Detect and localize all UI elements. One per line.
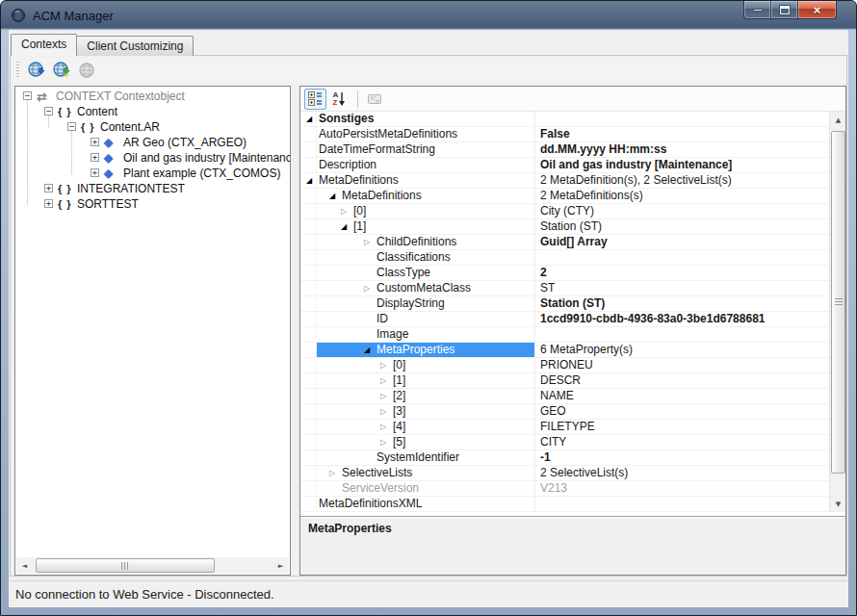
expand-arrow-icon[interactable]: ▷ [380,373,392,388]
grid-gutter [300,235,317,249]
diamond-icon: ◆ [104,167,113,180]
tree-item[interactable]: +◆AR Geo (CTX_ARGEO) [15,135,290,150]
scrollbar-thumb[interactable] [831,131,845,474]
property-row[interactable]: ▷ChildDefinitionsGuid[] Array [300,235,830,250]
property-value: CITY [534,435,830,449]
categorized-button[interactable] [304,89,326,110]
property-name: MetaDefinitionsXML [319,497,422,511]
property-row[interactable]: ▷CustomMetaClassST [300,281,830,296]
tree-item-label: Content.AR [100,120,160,135]
expand-box-icon[interactable]: + [44,199,53,208]
property-row[interactable]: ◢MetaDefinitions2 MetaDefinitions(s) [300,189,830,204]
property-name: MetaProperties [377,343,454,357]
property-value: 2 MetaDefinitions(s) [534,189,830,203]
globe-disabled-button [75,60,98,81]
tab-contexts[interactable]: Contexts [11,34,77,56]
tab-client-customizing[interactable]: Client Customizing [76,36,194,56]
property-row[interactable]: ServiceVersionV213 [300,481,830,497]
property-row[interactable]: ▷[3]GEO [300,404,830,420]
collapse-arrow-icon[interactable]: ◢ [341,219,352,234]
property-row[interactable]: ▷[0]City (CTY) [300,204,830,219]
property-value: dd.MM.yyyy HH:mm:ss [534,142,830,157]
title-bar[interactable]: ACM Manager × [1,1,856,30]
tree-item[interactable]: +◆Plant example (CTX_COMOS) [15,166,290,181]
property-name: SelectiveLists [342,466,412,480]
property-pages-icon [367,92,382,106]
expand-arrow-icon[interactable]: ▷ [380,435,392,449]
globe-green-import-button[interactable] [50,60,73,81]
tree-item[interactable]: −{ }Content [15,104,290,119]
tree-item[interactable]: −⇄CONTEXT Contextobject [15,89,290,104]
expand-arrow-icon[interactable]: ▷ [380,358,392,372]
minimize-button[interactable] [743,1,771,19]
property-name: MetaDefinitions [319,173,399,188]
expand-arrow-icon[interactable]: ▷ [380,404,392,419]
property-row[interactable]: DateTimeFormatStringdd.MM.yyyy HH:mm:ss [300,142,830,158]
expand-box-icon[interactable]: + [91,153,99,162]
tree-item[interactable]: +{ }SORTTEST [15,196,290,212]
property-value: 2 MetaDefinition(s), 2 SelectiveList(s) [534,173,830,188]
property-row[interactable]: MetaDefinitionsXML [300,497,830,512]
toolbar-grip[interactable] [16,62,19,79]
expand-arrow-icon[interactable]: ▷ [364,235,376,249]
collapse-arrow-icon[interactable]: ◢ [364,343,376,357]
tree-item[interactable]: +◆Oil and gas industry [Maintenance] (C [15,150,290,166]
property-row[interactable]: Classifications [300,250,830,266]
property-value: Station (ST) [534,219,830,234]
property-name: ServiceVersion [342,481,419,496]
scroll-down-arrow-icon[interactable]: ▼ [830,496,846,512]
client-area: Contexts Client Customizing [9,30,848,607]
property-row[interactable]: ▷SelectiveLists2 SelectiveList(s) [300,466,830,481]
scroll-up-arrow-icon[interactable]: ▲ [830,112,846,128]
expand-box-icon[interactable]: + [91,168,99,177]
braces-icon: { } [58,183,72,194]
property-row[interactable]: ID1ccd9910-cbdb-4936-83a0-3be1d6788681 [300,312,830,327]
tree-horizontal-scrollbar[interactable]: ◄ ► [16,557,289,574]
globe-blue-download-button[interactable] [25,60,48,81]
alphabetical-sort-button[interactable]: AZ [328,89,351,110]
close-button[interactable]: × [798,1,837,19]
collapse-box-icon[interactable]: − [23,91,32,100]
property-row[interactable]: ▷[4]FILETYPE [300,420,830,435]
grid-gutter [300,266,317,280]
maximize-button[interactable] [771,1,798,19]
scroll-left-arrow-icon[interactable]: ◄ [16,557,33,574]
property-name: [1] [393,373,405,388]
collapse-arrow-icon[interactable]: ◢ [306,173,318,188]
property-row[interactable]: DisplayStringStation (ST) [300,296,830,312]
expand-arrow-icon[interactable]: ▷ [380,389,392,403]
collapse-arrow-icon[interactable]: ◢ [306,112,318,126]
property-row[interactable]: AutoPersistMetaDefinitionsFalse [300,127,830,142]
property-row[interactable]: ClassType2 [300,266,830,281]
scroll-right-arrow-icon[interactable]: ► [273,557,289,574]
property-row[interactable]: Image [300,327,830,343]
context-tree-panel: −⇄CONTEXT Contextobject−{ }Content−{ }Co… [14,86,291,576]
property-row[interactable]: ▷[2]NAME [300,389,830,404]
scrollbar-thumb[interactable] [36,558,215,573]
expand-arrow-icon[interactable]: ▷ [329,466,341,480]
expand-arrow-icon[interactable]: ▷ [341,204,352,218]
property-row[interactable]: ◢[1]Station (ST) [300,219,830,235]
tree-item[interactable]: +{ }INTEGRATIONTEST [15,181,290,196]
collapse-box-icon[interactable]: − [67,122,76,131]
property-name: SystemIdentifier [377,450,459,465]
expand-arrow-icon[interactable]: ▷ [380,420,392,434]
grid-vertical-scrollbar[interactable]: ▲ ▼ [829,112,845,512]
expand-box-icon[interactable]: + [44,184,53,192]
property-row[interactable]: ▷[5]CITY [300,435,830,450]
collapse-arrow-icon[interactable]: ◢ [329,189,341,203]
property-row[interactable]: ▷[1]DESCR [300,373,830,389]
grid-gutter [300,327,317,342]
property-row[interactable]: ◢MetaProperties6 MetaProperty(s) [300,343,830,358]
expand-box-icon[interactable]: + [91,138,99,146]
property-value: 2 SelectiveList(s) [534,466,830,480]
tree-item-label: SORTTEST [77,197,139,212]
property-row[interactable]: SystemIdentifier-1 [300,450,830,466]
tree-item[interactable]: −{ }Content.AR [15,119,290,135]
collapse-box-icon[interactable]: − [44,107,53,116]
expand-arrow-icon[interactable]: ▷ [364,281,376,295]
category-row[interactable]: ◢Sonstiges [300,112,830,127]
property-row[interactable]: ◢MetaDefinitions2 MetaDefinition(s), 2 S… [300,173,830,189]
property-row[interactable]: ▷[0]PRIONEU [300,358,830,373]
property-row[interactable]: DescriptionOil and gas industry [Mainten… [300,158,830,173]
